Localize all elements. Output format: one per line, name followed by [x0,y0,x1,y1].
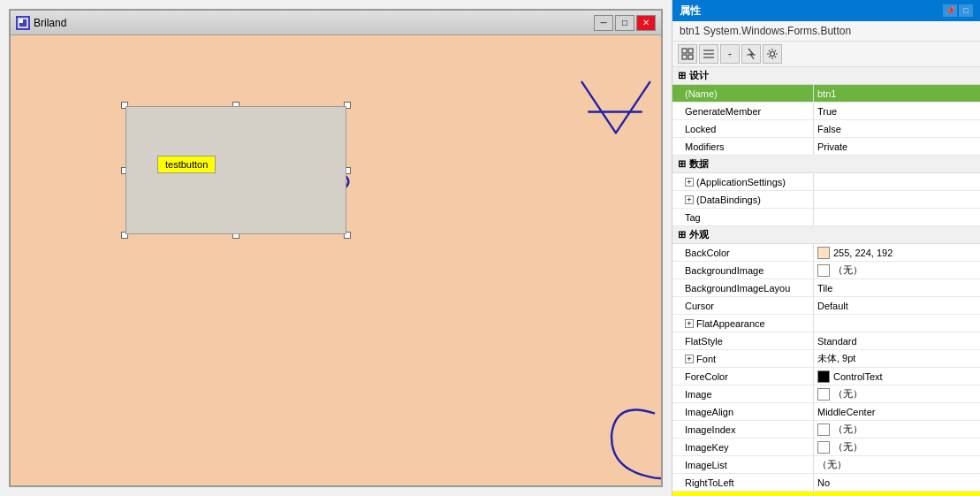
section-data-expand[interactable]: ⊞ [678,158,686,170]
prop-row-name[interactable]: (Name) btn1 [672,85,980,103]
prop-row-flatappearance[interactable]: + FlatAppearance [672,315,980,332]
imageindex-swatch [817,424,830,436]
prop-row-righttoleft[interactable]: RightToLeft No [672,474,980,492]
databindings-expand-icon[interactable]: + [685,195,694,204]
section-design-header: ⊞ 设计 [672,67,980,85]
prop-tag-value [814,209,980,225]
prop-imageindex-value: （无） [814,421,980,438]
prop-flatappearance-label: + FlatAppearance [672,315,814,332]
prop-appsettings-value [814,173,980,190]
props-list-icon[interactable] [699,44,718,64]
maximize-button[interactable]: □ [615,15,634,31]
svg-rect-1 [19,19,23,23]
minimize-button[interactable]: ─ [594,15,613,31]
prop-backcolor-value: 255, 224, 192 [814,244,980,261]
prop-row-flatstyle[interactable]: FlatStyle Standard [672,332,980,350]
prop-row-imageindex[interactable]: ImageIndex （无） [672,421,980,439]
prop-databindings-label: + (DataBindings) [672,191,814,208]
prop-bglayout-label: BackgroundImageLayou [672,279,814,296]
prop-databindings-value [814,191,980,208]
designer-area: Briland ─ □ ✕ [0,0,672,496]
props-header-title: 属性 [680,4,701,19]
props-header-buttons: 📌 □ [943,4,973,17]
prop-locked-label: Locked [672,120,814,137]
prop-row-cursor[interactable]: Cursor Default [672,297,980,315]
prop-backgroundimage-value: （无） [814,262,980,279]
prop-flatappearance-value [814,315,980,332]
prop-row-backcolor[interactable]: BackColor 255, 224, 192 [672,244,980,262]
svg-rect-4 [688,49,693,53]
prop-row-image[interactable]: Image （无） [672,385,980,403]
section-appearance-expand[interactable]: ⊞ [678,229,686,240]
prop-row-imagealign[interactable]: ImageAlign MiddleCenter [672,403,980,421]
prop-name-value: btn1 [814,85,980,102]
prop-font-value: 未体, 9pt [814,350,980,367]
prop-flatstyle-label: FlatStyle [672,332,814,349]
close-button[interactable]: ✕ [636,15,656,31]
prop-forecolor-value: ControlText [814,368,980,385]
section-appearance-header: ⊞ 外观 [672,226,980,244]
prop-row-bglayout[interactable]: BackgroundImageLayou Tile [672,279,980,297]
prop-row-appsettings[interactable]: + (ApplicationSettings) [672,173,980,191]
prop-row-locked[interactable]: Locked False [672,120,980,138]
prop-cursor-label: Cursor [672,297,814,314]
prop-row-forecolor[interactable]: ForeColor ControlText [672,368,980,385]
prop-row-modifiers[interactable]: Modifiers Private [672,138,980,156]
forecolor-swatch [817,370,830,383]
prop-locked-value: False [814,120,980,137]
prop-imagelist-value: （无） [814,456,980,473]
prop-row-tag[interactable]: Tag [672,209,980,226]
props-toolbar [672,42,980,67]
prop-imagealign-value: MiddleCenter [814,403,980,420]
props-lightning-icon[interactable] [741,44,761,64]
prop-image-label: Image [672,385,814,402]
prop-row-backgroundimage[interactable]: BackgroundImage （无） [672,262,980,279]
test-button[interactable]: testbutton [157,156,216,173]
prop-righttoleft-value: No [814,474,980,491]
prop-row-font[interactable]: + Font 未体, 9pt [672,350,980,368]
form-title-buttons: ─ □ ✕ [594,15,656,31]
prop-row-imagekey[interactable]: ImageKey （无） [672,439,980,456]
props-panel-header: 属性 📌 □ [672,0,980,21]
svg-rect-5 [682,55,687,59]
prop-bglayout-value: Tile [814,279,980,296]
image-swatch [817,388,830,401]
svg-point-10 [771,52,775,57]
backcolor-swatch [817,247,830,259]
properties-panel: 属性 📌 □ btn1 System.Windows.Forms.Button … [672,0,980,496]
props-component-name: btn1 System.Windows.Forms.Button [672,21,980,42]
svg-rect-3 [682,49,687,53]
prop-row-imagelist[interactable]: ImageList （无） [672,456,980,474]
prop-name-label: (Name) [672,85,814,102]
prop-imagealign-label: ImageAlign [672,403,814,420]
svg-rect-6 [688,55,693,59]
prop-generatemember-label: GenerateMember [672,103,814,119]
prop-tag-label: Tag [672,209,814,225]
props-event-icon[interactable] [720,44,740,64]
props-pin-button[interactable]: 📌 [943,4,957,17]
prop-cursor-value: Default [814,297,980,314]
form-titlebar: Briland ─ □ ✕ [11,11,661,35]
prop-backgroundimage-label: BackgroundImage [672,262,814,279]
form-icon [16,16,30,30]
props-expand-button[interactable]: □ [959,4,973,17]
prop-row-databindings[interactable]: + (DataBindings) [672,191,980,209]
prop-row-text[interactable]: Text testbutton [672,492,980,496]
prop-text-value: testbutton [814,492,980,496]
prop-row-generatemember[interactable]: GenerateMember True [672,103,980,120]
form-title-left: Briland [16,16,66,30]
props-grid-icon[interactable] [678,44,697,64]
prop-modifiers-label: Modifiers [672,138,814,155]
section-data-header: ⊞ 数据 [672,156,980,173]
selected-control[interactable]: testbutton [125,106,346,234]
appsettings-expand-icon[interactable]: + [685,178,694,187]
prop-imagekey-value: （无） [814,439,980,455]
prop-font-label: + Font [672,350,814,367]
section-design-expand[interactable]: ⊞ [678,70,686,81]
prop-imagekey-label: ImageKey [672,439,814,455]
flatappearance-expand-icon[interactable]: + [685,319,694,328]
props-gear-icon[interactable] [763,44,782,64]
font-expand-icon[interactable]: + [685,355,694,363]
prop-imageindex-label: ImageIndex [672,421,814,438]
prop-generatemember-value: True [814,103,980,119]
